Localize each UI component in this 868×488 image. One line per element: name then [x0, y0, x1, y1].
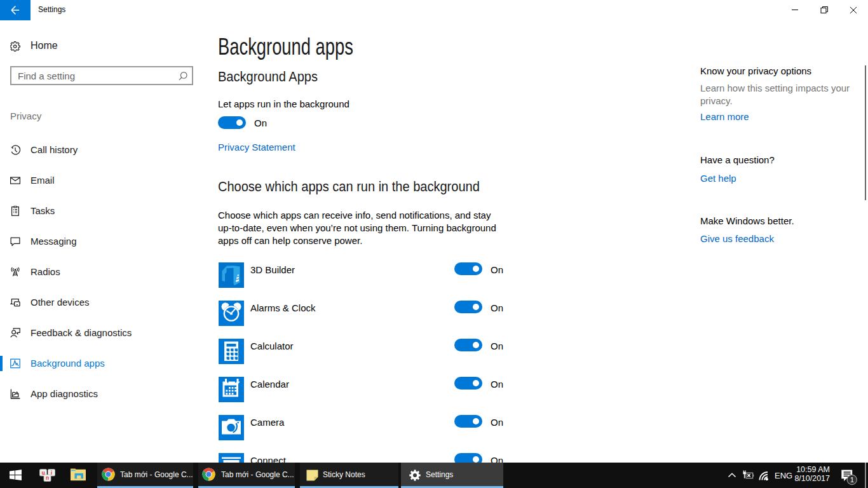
svg-text:1: 1 [850, 476, 854, 484]
svg-text:n: n [46, 475, 49, 481]
svg-text:u: u [41, 470, 44, 476]
svg-text:i: i [51, 470, 52, 476]
